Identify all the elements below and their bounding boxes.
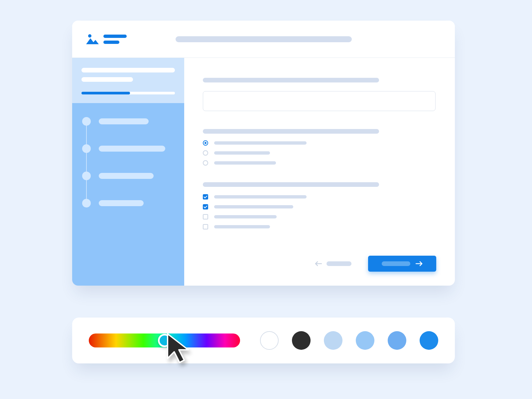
step-label-placeholder <box>99 200 144 206</box>
color-swatches <box>260 331 438 350</box>
app-title-placeholder <box>103 35 127 44</box>
checkbox-indicator <box>203 204 208 209</box>
option-label-placeholder <box>214 225 270 228</box>
text-input[interactable] <box>203 91 436 111</box>
radio-indicator <box>203 160 208 166</box>
checkbox-indicator <box>203 214 208 219</box>
option-label-placeholder <box>214 151 270 155</box>
next-label-placeholder <box>382 261 410 266</box>
app-logo[interactable] <box>85 34 127 45</box>
setup-wizard-card <box>72 21 455 286</box>
image-icon <box>85 34 99 45</box>
step-label-placeholder <box>99 173 154 179</box>
radio-indicator <box>203 150 208 156</box>
wizard-step[interactable] <box>82 199 174 207</box>
sidebar-title-placeholder <box>81 68 175 72</box>
search-input[interactable] <box>176 36 352 42</box>
color-picker-panel <box>72 318 455 363</box>
radio-option[interactable] <box>203 160 436 166</box>
wizard-steps <box>72 103 184 221</box>
step-dot <box>82 117 91 126</box>
step-dot <box>82 172 91 180</box>
step-connector-line <box>86 122 87 203</box>
wizard-step[interactable] <box>82 117 174 126</box>
color-swatch[interactable] <box>388 331 406 350</box>
option-label-placeholder <box>214 215 277 218</box>
color-swatch[interactable] <box>356 331 374 350</box>
step-dot <box>82 144 91 153</box>
option-label-placeholder <box>214 161 276 165</box>
wizard-sidebar <box>72 58 184 286</box>
sidebar-subtitle-placeholder <box>81 77 133 82</box>
hue-slider-handle[interactable] <box>158 334 171 347</box>
field-label-placeholder <box>203 78 379 82</box>
step-label-placeholder <box>99 118 149 124</box>
wizard-step[interactable] <box>82 144 174 153</box>
svg-point-0 <box>88 34 91 38</box>
color-swatch[interactable] <box>292 331 311 350</box>
wizard-nav <box>315 256 436 272</box>
checkbox-indicator <box>203 194 208 200</box>
checkbox-option[interactable] <box>203 224 436 229</box>
checkbox-option[interactable] <box>203 214 436 219</box>
progress-bar <box>81 92 175 94</box>
checkbox-option[interactable] <box>203 194 436 200</box>
field-label-placeholder <box>203 129 379 134</box>
step-label-placeholder <box>99 146 165 152</box>
option-label-placeholder <box>214 195 307 199</box>
checkbox-indicator <box>203 224 208 229</box>
sidebar-header <box>72 58 184 103</box>
wizard-step[interactable] <box>82 172 174 180</box>
back-button[interactable] <box>315 261 351 267</box>
color-swatch[interactable] <box>420 331 438 350</box>
radio-option[interactable] <box>203 140 436 146</box>
next-button[interactable] <box>368 256 436 272</box>
arrow-left-icon <box>315 261 322 267</box>
back-label-placeholder <box>327 261 351 266</box>
app-header <box>72 21 455 58</box>
option-label-placeholder <box>214 141 307 145</box>
field-label-placeholder <box>203 182 379 187</box>
radio-option[interactable] <box>203 150 436 156</box>
arrow-right-icon <box>416 261 423 267</box>
wizard-content <box>184 58 455 286</box>
color-swatch[interactable] <box>260 331 279 350</box>
color-swatch[interactable] <box>324 331 342 350</box>
checkbox-option[interactable] <box>203 204 436 209</box>
radio-indicator <box>203 140 208 146</box>
option-label-placeholder <box>214 205 293 208</box>
hue-slider[interactable] <box>89 333 240 347</box>
step-dot <box>82 199 91 207</box>
